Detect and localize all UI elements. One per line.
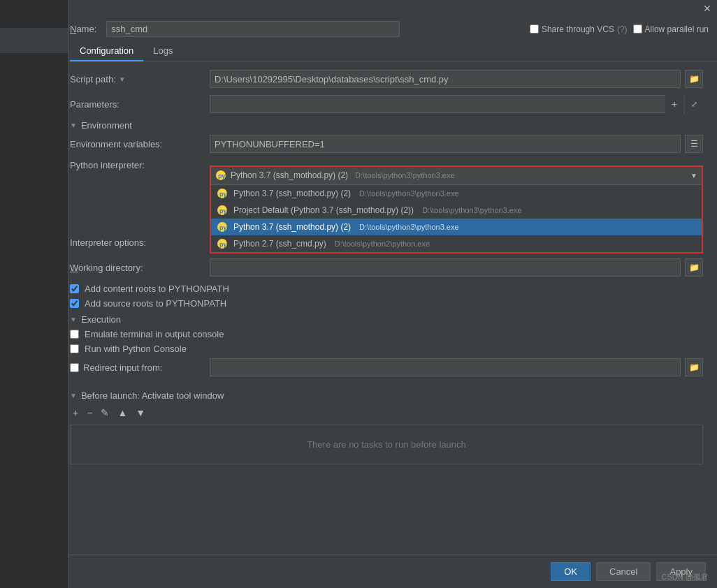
close-button[interactable]: ✕ [702, 3, 713, 14]
ok-button[interactable]: OK [551, 562, 591, 581]
name-input[interactable] [106, 21, 400, 37]
parameters-plus-button[interactable]: + [665, 95, 683, 113]
interpreter-item-2[interactable]: py Project Default (Python 3.7 (ssh_moth… [211, 202, 702, 219]
interpreter-list: py Python 3.7 (ssh_mothod.py) (2) D:\too… [211, 185, 702, 252]
script-path-control: 📁 [210, 70, 703, 88]
allow-parallel-group: Allow parallel run [633, 24, 709, 34]
header-row: Name: Share through VCS (?) Allow parall… [0, 17, 717, 41]
tab-configuration[interactable]: Configuration [70, 41, 143, 61]
name-label: Name: [70, 24, 96, 34]
parameters-expand-button[interactable]: ⤢ [685, 95, 703, 113]
before-launch-remove-button[interactable]: − [84, 406, 95, 419]
execution-collapse-icon[interactable]: ▼ [70, 316, 77, 323]
run-with-console-checkbox[interactable] [70, 344, 79, 353]
before-launch-section: ▼ Before launch: Activate tool window + … [70, 390, 703, 464]
add-source-roots-row: Add source roots to PYTHONPATH [70, 298, 703, 309]
allow-parallel-label: Allow parallel run [645, 24, 709, 34]
env-vars-label: Environment variables: [70, 139, 210, 149]
add-content-roots-label: Add content roots to PYTHONPATH [85, 284, 229, 294]
script-path-label: Script path: ▼ [70, 74, 210, 84]
interpreter-item-3-name: Python 3.7 (ssh_mothod.py) (2) [233, 222, 351, 232]
env-vars-row: Environment variables: ☰ [70, 135, 703, 153]
script-path-input[interactable] [210, 70, 681, 88]
python-icon-selected: py [215, 170, 226, 181]
interpreter-dropdown-container: py Python 3.7 (ssh_mothod.py) (2) D:\too… [210, 166, 703, 253]
run-with-console-row: Run with Python Console [70, 344, 703, 354]
execution-label: Execution [81, 314, 121, 325]
cancel-button[interactable]: Cancel [596, 562, 651, 581]
interpreter-item-3-path: D:\tools\python3\python3.exe [359, 223, 458, 231]
share-vcs-label: Share through VCS [542, 24, 614, 34]
interpreter-dropdown-arrow-icon[interactable]: ▼ [690, 172, 697, 179]
interpreter-item-3[interactable]: py Python 3.7 (ssh_mothod.py) (2) D:\too… [211, 219, 702, 235]
parameters-row: Parameters: + ⤢ [70, 95, 703, 113]
run-debug-dialog: ✕ Name: Share through VCS (?) Allow para… [0, 0, 717, 588]
interpreter-item-4-name: Python 2.7 (ssh_cmd.py) [233, 239, 326, 249]
script-path-browse-button[interactable]: 📁 [685, 70, 703, 88]
before-launch-toolbar: + − ✎ ▲ ▼ [70, 406, 703, 419]
tabs-bar: Configuration Logs [0, 41, 717, 61]
working-directory-row: Working directory: 📁 [70, 258, 703, 277]
before-launch-edit-button[interactable]: ✎ [98, 406, 112, 419]
emulate-terminal-checkbox[interactable] [70, 330, 79, 339]
env-vars-control: ☰ [210, 135, 703, 153]
python-interpreter-label: Python interpreter: [70, 160, 210, 170]
before-launch-collapse-icon[interactable]: ▼ [70, 392, 77, 399]
execution-section-header: ▼ Execution [70, 314, 703, 325]
emulate-terminal-label: Emulate terminal in output console [85, 329, 224, 339]
before-launch-header: ▼ Before launch: Activate tool window [70, 390, 703, 401]
env-vars-edit-button[interactable]: ☰ [685, 135, 703, 153]
watermark: CSDN @孤君 [662, 572, 709, 582]
run-with-console-label: Run with Python Console [85, 344, 187, 354]
interpreter-item-2-path: D:\tools\python3\python3.exe [422, 206, 521, 214]
interpreter-item-2-name: Project Default (Python 3.7 (ssh_mothod.… [233, 205, 414, 215]
parameters-control: + ⤢ [210, 95, 703, 113]
env-vars-input[interactable] [210, 135, 681, 153]
interpreter-selected-row[interactable]: py Python 3.7 (ssh_mothod.py) (2) D:\too… [211, 167, 702, 185]
interpreter-item-1[interactable]: py Python 3.7 (ssh_mothod.py) (2) D:\too… [211, 185, 702, 202]
share-vcs-group: Share through VCS (?) [530, 24, 628, 34]
sidebar-selected-item [0, 28, 68, 53]
add-source-roots-label: Add source roots to PYTHONPATH [85, 298, 226, 309]
redirect-input-browse-button[interactable]: 📁 [685, 358, 703, 376]
working-directory-control: 📁 [210, 258, 703, 277]
allow-parallel-checkbox[interactable] [633, 24, 642, 34]
parameters-label: Parameters: [70, 99, 210, 110]
add-content-roots-row: Add content roots to PYTHONPATH [70, 284, 703, 294]
redirect-input-control: 📁 [210, 358, 703, 376]
working-directory-input[interactable] [210, 258, 681, 277]
interpreter-item-1-path: D:\tools\python3\python3.exe [359, 189, 458, 198]
add-source-roots-checkbox[interactable] [70, 299, 79, 308]
interpreter-options-label: Interpreter options: [70, 237, 210, 248]
interpreter-item-1-name: Python 3.7 (ssh_mothod.py) (2) [233, 189, 351, 198]
python-interpreter-row: Python interpreter: py Python 3.7 (ssh_m… [70, 160, 703, 170]
environment-section-header: ▼ Environment [70, 120, 703, 131]
svg-text:py: py [218, 172, 226, 179]
bottom-bar: OK Cancel Apply [0, 554, 717, 588]
tab-logs[interactable]: Logs [143, 41, 182, 61]
interpreter-selected-text: Python 3.7 (ssh_mothod.py) (2) [231, 170, 348, 180]
redirect-input-input[interactable] [210, 358, 681, 376]
redirect-input-checkbox[interactable] [70, 363, 79, 372]
dropdown-triangle-icon[interactable]: ▼ [119, 75, 126, 83]
python-icon-4: py [217, 238, 228, 249]
python-icon-2: py [217, 205, 228, 216]
emulate-terminal-row: Emulate terminal in output console [70, 329, 703, 339]
working-dir-browse-button[interactable]: 📁 [685, 258, 703, 277]
working-directory-label: Working directory: [70, 263, 210, 273]
before-launch-up-button[interactable]: ▲ [115, 406, 130, 419]
svg-text:py: py [219, 224, 227, 231]
python-icon-1: py [217, 188, 228, 199]
main-content: Script path: ▼ 📁 Parameters: + ⤢ ▼ Envir… [0, 61, 717, 554]
svg-text:py: py [219, 207, 227, 214]
add-content-roots-checkbox[interactable] [70, 284, 79, 293]
env-collapse-icon[interactable]: ▼ [70, 122, 77, 129]
svg-text:py: py [219, 191, 227, 198]
before-launch-down-button[interactable]: ▼ [133, 406, 148, 419]
interpreter-item-4[interactable]: py Python 2.7 (ssh_cmd.py) D:\tools\pyth… [211, 235, 702, 252]
before-launch-add-button[interactable]: + [70, 406, 81, 419]
parameters-input[interactable] [210, 95, 703, 113]
share-vcs-checkbox[interactable] [530, 24, 539, 34]
environment-label: Environment [81, 120, 132, 131]
redirect-input-row: Redirect input from: 📁 [70, 358, 703, 376]
